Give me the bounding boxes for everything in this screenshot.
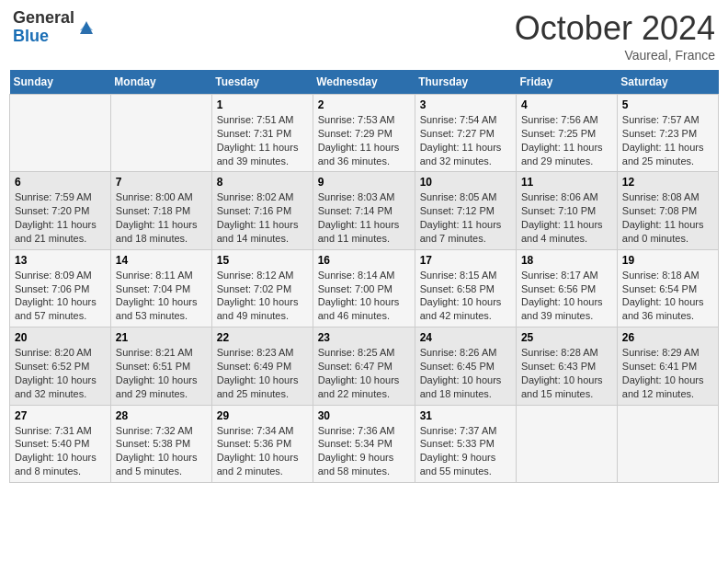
calendar-cell: 14Sunrise: 8:11 AM Sunset: 7:04 PM Dayli… xyxy=(110,249,211,327)
day-number: 11 xyxy=(521,176,612,189)
logo-general: General xyxy=(13,9,74,28)
calendar-cell: 30Sunrise: 7:36 AM Sunset: 5:34 PM Dayli… xyxy=(313,405,415,482)
calendar-cell: 20Sunrise: 8:20 AM Sunset: 6:52 PM Dayli… xyxy=(10,327,111,405)
day-info: Sunrise: 8:12 AM Sunset: 7:02 PM Dayligh… xyxy=(217,269,308,323)
day-number: 16 xyxy=(318,254,410,267)
day-info: Sunrise: 8:21 AM Sunset: 6:51 PM Dayligh… xyxy=(116,346,207,400)
logo-blue: Blue xyxy=(13,28,74,46)
day-number: 27 xyxy=(15,409,106,422)
title-section: October 2024 Vaureal, France xyxy=(515,9,715,63)
day-number: 4 xyxy=(521,98,612,111)
day-number: 25 xyxy=(521,331,612,344)
calendar-cell: 6Sunrise: 7:59 AM Sunset: 7:20 PM Daylig… xyxy=(10,172,111,249)
month-title: October 2024 xyxy=(515,9,715,48)
logo-icon xyxy=(76,17,97,38)
calendar-cell: 15Sunrise: 8:12 AM Sunset: 7:02 PM Dayli… xyxy=(211,249,313,327)
calendar-cell: 17Sunrise: 8:15 AM Sunset: 6:58 PM Dayli… xyxy=(415,249,516,327)
calendar-cell: 12Sunrise: 8:08 AM Sunset: 7:08 PM Dayli… xyxy=(617,172,718,249)
day-number: 15 xyxy=(217,254,308,267)
calendar-cell xyxy=(10,95,111,172)
day-number: 18 xyxy=(521,254,612,267)
calendar-cell xyxy=(617,405,718,482)
day-info: Sunrise: 8:02 AM Sunset: 7:16 PM Dayligh… xyxy=(217,190,308,245)
day-number: 22 xyxy=(217,331,308,344)
weekday-header-friday: Friday xyxy=(516,70,617,95)
day-number: 19 xyxy=(622,254,713,267)
day-info: Sunrise: 8:14 AM Sunset: 7:00 PM Dayligh… xyxy=(318,269,410,323)
calendar-cell: 21Sunrise: 8:21 AM Sunset: 6:51 PM Dayli… xyxy=(110,327,211,405)
calendar-cell: 11Sunrise: 8:06 AM Sunset: 7:10 PM Dayli… xyxy=(516,172,617,249)
day-number: 14 xyxy=(116,254,207,267)
location: Vaureal, France xyxy=(515,48,715,63)
day-number: 7 xyxy=(116,176,207,189)
calendar-cell: 31Sunrise: 7:37 AM Sunset: 5:33 PM Dayli… xyxy=(415,405,516,482)
day-info: Sunrise: 7:34 AM Sunset: 5:36 PM Dayligh… xyxy=(217,424,308,478)
weekday-row: SundayMondayTuesdayWednesdayThursdayFrid… xyxy=(10,70,719,95)
day-info: Sunrise: 8:18 AM Sunset: 6:54 PM Dayligh… xyxy=(622,269,713,323)
calendar-week-1: 1Sunrise: 7:51 AM Sunset: 7:31 PM Daylig… xyxy=(10,95,719,172)
day-info: Sunrise: 8:09 AM Sunset: 7:06 PM Dayligh… xyxy=(15,269,106,323)
day-number: 12 xyxy=(622,176,713,189)
calendar-cell: 8Sunrise: 8:02 AM Sunset: 7:16 PM Daylig… xyxy=(211,172,313,249)
calendar-cell: 13Sunrise: 8:09 AM Sunset: 7:06 PM Dayli… xyxy=(10,249,111,327)
logo: General Blue xyxy=(13,9,97,46)
day-number: 30 xyxy=(318,409,410,422)
svg-marker-1 xyxy=(80,23,93,30)
calendar-week-5: 27Sunrise: 7:31 AM Sunset: 5:40 PM Dayli… xyxy=(10,405,719,482)
page-header: General Blue October 2024 Vaureal, Franc… xyxy=(9,9,719,63)
calendar-body: 1Sunrise: 7:51 AM Sunset: 7:31 PM Daylig… xyxy=(10,95,719,483)
day-info: Sunrise: 7:59 AM Sunset: 7:20 PM Dayligh… xyxy=(15,190,106,245)
weekday-header-saturday: Saturday xyxy=(617,70,718,95)
day-number: 24 xyxy=(420,331,511,344)
calendar-cell: 10Sunrise: 8:05 AM Sunset: 7:12 PM Dayli… xyxy=(415,172,516,249)
day-number: 23 xyxy=(318,331,410,344)
calendar-week-4: 20Sunrise: 8:20 AM Sunset: 6:52 PM Dayli… xyxy=(10,327,719,405)
calendar-cell xyxy=(516,405,617,482)
calendar-week-3: 13Sunrise: 8:09 AM Sunset: 7:06 PM Dayli… xyxy=(10,249,719,327)
day-info: Sunrise: 7:56 AM Sunset: 7:25 PM Dayligh… xyxy=(521,113,612,167)
day-info: Sunrise: 8:06 AM Sunset: 7:10 PM Dayligh… xyxy=(521,190,612,245)
day-number: 9 xyxy=(318,176,410,189)
calendar-cell: 27Sunrise: 7:31 AM Sunset: 5:40 PM Dayli… xyxy=(10,405,111,482)
day-number: 21 xyxy=(116,331,207,344)
day-info: Sunrise: 7:37 AM Sunset: 5:33 PM Dayligh… xyxy=(420,424,511,478)
day-info: Sunrise: 8:11 AM Sunset: 7:04 PM Dayligh… xyxy=(116,269,207,323)
calendar-week-2: 6Sunrise: 7:59 AM Sunset: 7:20 PM Daylig… xyxy=(10,172,719,249)
day-info: Sunrise: 7:36 AM Sunset: 5:34 PM Dayligh… xyxy=(318,424,410,478)
calendar-cell: 23Sunrise: 8:25 AM Sunset: 6:47 PM Dayli… xyxy=(313,327,415,405)
day-info: Sunrise: 7:53 AM Sunset: 7:29 PM Dayligh… xyxy=(318,113,410,167)
day-number: 28 xyxy=(116,409,207,422)
day-number: 3 xyxy=(420,98,511,111)
day-info: Sunrise: 7:54 AM Sunset: 7:27 PM Dayligh… xyxy=(420,113,511,167)
calendar-table: SundayMondayTuesdayWednesdayThursdayFrid… xyxy=(9,70,719,483)
day-number: 17 xyxy=(420,254,511,267)
calendar-cell: 4Sunrise: 7:56 AM Sunset: 7:25 PM Daylig… xyxy=(516,95,617,172)
weekday-header-thursday: Thursday xyxy=(415,70,516,95)
day-info: Sunrise: 8:00 AM Sunset: 7:18 PM Dayligh… xyxy=(116,190,207,245)
weekday-header-sunday: Sunday xyxy=(10,70,111,95)
day-info: Sunrise: 8:23 AM Sunset: 6:49 PM Dayligh… xyxy=(217,346,308,400)
calendar-cell xyxy=(110,95,211,172)
calendar-header: SundayMondayTuesdayWednesdayThursdayFrid… xyxy=(10,70,719,95)
calendar-cell: 26Sunrise: 8:29 AM Sunset: 6:41 PM Dayli… xyxy=(617,327,718,405)
day-number: 10 xyxy=(420,176,511,189)
day-info: Sunrise: 8:25 AM Sunset: 6:47 PM Dayligh… xyxy=(318,346,410,400)
day-info: Sunrise: 7:57 AM Sunset: 7:23 PM Dayligh… xyxy=(622,113,713,167)
day-info: Sunrise: 7:31 AM Sunset: 5:40 PM Dayligh… xyxy=(15,424,106,478)
calendar-cell: 9Sunrise: 8:03 AM Sunset: 7:14 PM Daylig… xyxy=(313,172,415,249)
day-info: Sunrise: 8:08 AM Sunset: 7:08 PM Dayligh… xyxy=(622,190,713,245)
day-number: 5 xyxy=(622,98,713,111)
calendar-cell: 24Sunrise: 8:26 AM Sunset: 6:45 PM Dayli… xyxy=(415,327,516,405)
day-number: 1 xyxy=(217,98,308,111)
day-number: 31 xyxy=(420,409,511,422)
day-number: 13 xyxy=(15,254,106,267)
day-info: Sunrise: 8:29 AM Sunset: 6:41 PM Dayligh… xyxy=(622,346,713,400)
day-info: Sunrise: 7:32 AM Sunset: 5:38 PM Dayligh… xyxy=(116,424,207,478)
day-number: 2 xyxy=(318,98,410,111)
day-info: Sunrise: 8:17 AM Sunset: 6:56 PM Dayligh… xyxy=(521,269,612,323)
weekday-header-monday: Monday xyxy=(110,70,211,95)
calendar-cell: 3Sunrise: 7:54 AM Sunset: 7:27 PM Daylig… xyxy=(415,95,516,172)
day-info: Sunrise: 8:15 AM Sunset: 6:58 PM Dayligh… xyxy=(420,269,511,323)
calendar-cell: 25Sunrise: 8:28 AM Sunset: 6:43 PM Dayli… xyxy=(516,327,617,405)
calendar-cell: 5Sunrise: 7:57 AM Sunset: 7:23 PM Daylig… xyxy=(617,95,718,172)
